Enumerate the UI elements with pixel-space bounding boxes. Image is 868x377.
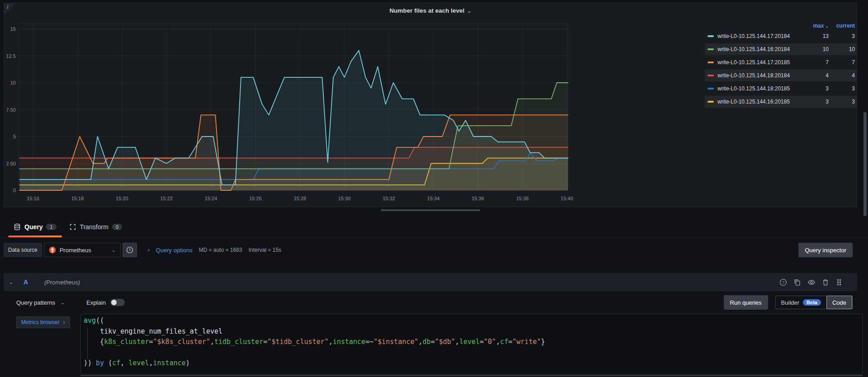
query-options-label: Query options [156,247,193,254]
series-name[interactable]: write-L0-10.125.144.16:20184 [717,46,809,52]
series-current: 10 [829,46,855,52]
query-row-actions: ? [779,278,843,286]
series-max: 3 [809,85,829,92]
chevron-down-icon: ⌄ [111,247,115,253]
editor-tabbar: Query 1 Transform 0 [0,216,868,238]
transform-icon [69,223,76,231]
svg-text:10: 10 [10,80,16,85]
builder-mode-radio[interactable]: Builder Beta [776,296,826,309]
query-patterns-dropdown[interactable]: Query patterns [16,299,55,306]
metrics-browser-label: Metrics browser [21,319,60,325]
series-name[interactable]: write-L0-10.125.144.16:20185 [717,99,809,105]
query-options-md: MD = auto = 1683 [199,247,242,253]
svg-text:15:16: 15:16 [27,196,39,201]
help-icon: ? [126,246,133,254]
legend-row[interactable]: write-L0-10.125.144.17:20185 7 7 [705,57,857,68]
series-current: 3 [829,85,855,92]
series-max: 7 [809,59,829,66]
datasource-row: Data source Prometheus ⌄ ? › Query optio… [4,243,864,257]
legend-row[interactable]: write-L0-10.125.144.18:20185 3 3 [705,83,857,94]
svg-text:15:38: 15:38 [516,196,529,201]
series-max: 4 [809,72,829,79]
query-ref-label[interactable]: A [24,278,44,286]
series-name[interactable]: write-L0-10.125.144.17:20184 [717,33,809,39]
help-icon[interactable]: ? [779,278,787,286]
collapse-chevron-icon[interactable]: ⌄ [9,279,20,285]
svg-text:15:34: 15:34 [427,196,440,201]
svg-text:15:40: 15:40 [561,196,573,201]
series-name[interactable]: write-L0-10.125.144.18:20185 [717,85,809,92]
datasource-picker[interactable]: Prometheus ⌄ [44,243,121,257]
code-mode-radio[interactable]: Code [826,296,852,309]
legend-row[interactable]: write-L0-10.125.144.17:20184 13 3 [705,30,857,42]
prometheus-icon [49,246,56,254]
series-color-swatch[interactable] [708,101,714,103]
legend-sort-max[interactable]: max⌄ [809,23,829,29]
series-color-swatch[interactable] [708,75,714,76]
legend-row[interactable]: write-L0-10.125.144.18:20184 4 4 [705,70,857,81]
timeseries-panel: i Number files at each level⌄ 02.5057.50… [4,3,857,207]
drag-handle-icon[interactable] [835,278,843,286]
tab-transform[interactable]: Transform 0 [63,216,128,237]
eye-icon[interactable] [807,278,816,286]
svg-text:15:18: 15:18 [71,196,84,201]
chevron-down-icon: ⌄ [61,300,65,306]
datasource-name: Prometheus [60,247,108,254]
page-scrollbar-thumb[interactable] [863,112,867,216]
svg-text:15:26: 15:26 [249,196,262,201]
database-icon [14,223,21,231]
svg-text:15:36: 15:36 [472,196,484,201]
code-label: Code [832,299,846,306]
series-current: 3 [829,33,855,39]
query-inspector-button[interactable]: Query inspector [798,243,853,257]
series-color-swatch[interactable] [708,88,714,90]
series-name[interactable]: write-L0-10.125.144.17:20185 [717,59,809,66]
tab-transform-count: 0 [112,224,122,230]
series-color-swatch[interactable] [708,35,714,37]
indent-guide [87,327,88,359]
builder-label: Builder [781,299,799,306]
legend-sort-current[interactable]: current [829,23,855,29]
query-options-toggle[interactable]: › Query options MD = auto = 1683 Interva… [148,247,281,254]
tab-query-label: Query [24,223,42,231]
beta-badge: Beta [803,299,821,306]
svg-text:15: 15 [10,26,16,32]
promql-code-editor[interactable]: avg(( tikv_engine_num_files_at_level {k8… [80,314,863,374]
series-max: 10 [809,46,829,52]
panel-resize-handle[interactable] [381,209,480,211]
svg-text:0: 0 [13,188,16,193]
svg-text:2.50: 2.50 [6,161,16,166]
svg-text:15:30: 15:30 [338,196,351,201]
datasource-help-button[interactable]: ? [123,243,137,257]
svg-text:?: ? [128,248,131,252]
svg-text:?: ? [782,280,784,284]
query-row-header[interactable]: ⌄ A (Prometheus) ? [4,273,857,291]
series-current: 7 [829,59,855,66]
series-current: 4 [829,72,855,79]
run-queries-button[interactable]: Run queries [724,295,768,310]
tab-query[interactable]: Query 1 [7,216,63,237]
series-name[interactable]: write-L0-10.125.144.18:20184 [717,72,809,79]
explain-label: Explain [86,299,106,306]
legend-row[interactable]: write-L0-10.125.144.16:20184 10 10 [705,43,857,55]
query-options-interval: Interval = 15s [249,247,281,253]
series-color-swatch[interactable] [708,48,714,50]
svg-text:15:22: 15:22 [160,196,173,201]
promql-code[interactable]: avg(( tikv_engine_num_files_at_level {k8… [81,314,862,369]
svg-text:15:32: 15:32 [382,196,395,201]
trash-icon[interactable] [822,278,829,286]
editor-resize-handle[interactable] [80,375,863,376]
legend-header: x max⌄ current [705,21,857,30]
metrics-browser-button[interactable]: Metrics browser › [16,316,70,328]
svg-text:12.5: 12.5 [6,53,16,59]
copy-icon[interactable] [793,278,801,286]
series-current: 3 [829,99,855,105]
svg-text:7.50: 7.50 [6,107,16,113]
tab-query-count: 1 [46,224,56,230]
query-row-datasource: (Prometheus) [44,279,80,286]
editor-mode-group: Builder Beta Code [775,296,853,309]
explain-toggle[interactable] [110,299,125,306]
legend-row[interactable]: write-L0-10.125.144.16:20185 3 3 [705,96,857,108]
series-color-swatch[interactable] [708,61,714,63]
svg-text:15:24: 15:24 [205,196,217,201]
